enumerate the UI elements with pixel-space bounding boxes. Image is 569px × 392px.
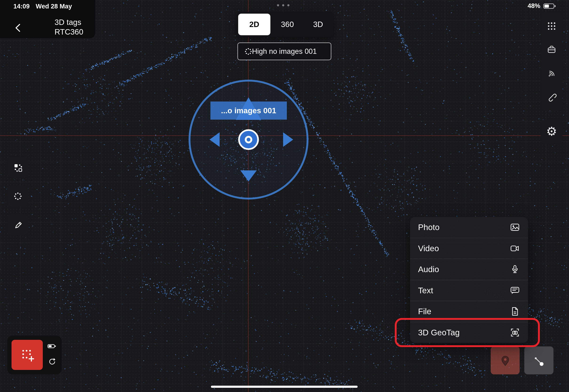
menu-item-video[interactable]: Video <box>410 238 528 259</box>
nav-target-inner-ring <box>245 136 252 143</box>
menu-item-photo[interactable]: Photo <box>410 217 528 238</box>
battery-icon <box>543 3 556 9</box>
nav-arrow-right[interactable] <box>283 132 293 147</box>
setup-node-label[interactable]: ...o images 001 <box>211 101 287 120</box>
link-icon <box>547 92 556 101</box>
tab-2d[interactable]: 2D <box>238 14 270 35</box>
page-title-line1: 3D tags <box>55 17 83 27</box>
video-icon <box>510 243 520 253</box>
right-toolbar <box>541 12 562 111</box>
sync-icon[interactable] <box>48 357 56 366</box>
file-icon <box>510 306 520 317</box>
battery-percent: 48% <box>528 2 540 10</box>
point-cloud-icon <box>13 192 23 201</box>
link-button[interactable] <box>545 90 558 103</box>
geotag-icon <box>510 327 520 338</box>
app-root: ...o images 001 14:09 Wed 28 May 48% 3D … <box>0 0 569 392</box>
pin-icon <box>499 354 512 367</box>
annotate-pen-button[interactable] <box>7 214 28 235</box>
multitasking-handle-dots[interactable] <box>277 4 289 6</box>
setup-selector-button[interactable]: High no images 001 <box>238 42 331 60</box>
page-title-line2: RTC360 <box>55 27 83 37</box>
page-title: 3D tags RTC360 <box>55 17 83 37</box>
node-link-icon <box>533 354 545 367</box>
text-icon <box>510 285 520 296</box>
menu-item-text[interactable]: Text <box>410 280 528 301</box>
settings-panel: ⚙ <box>541 120 562 143</box>
signal-icon <box>547 68 556 78</box>
gear-icon: ⚙ <box>546 125 557 138</box>
menu-item-label: 3D GeoTag <box>418 328 460 337</box>
nav-target-marker[interactable] <box>238 129 259 150</box>
nav-arrow-left[interactable] <box>210 132 220 147</box>
menu-item-label: Audio <box>418 265 439 274</box>
project-grid-icon <box>13 162 23 173</box>
battery-icon <box>47 344 57 349</box>
menu-item-label: Photo <box>418 223 440 232</box>
capture-side-controls <box>45 339 59 370</box>
photo-icon <box>510 222 520 232</box>
back-arrow-icon <box>13 23 24 33</box>
menu-item-audio[interactable]: Audio <box>410 259 528 280</box>
settings-button[interactable]: ⚙ <box>545 125 558 138</box>
menu-item-label: Text <box>418 286 433 295</box>
menu-item-label: Video <box>418 244 439 253</box>
home-indicator[interactable] <box>211 386 358 388</box>
menu-item-file[interactable]: File <box>410 301 528 322</box>
node-link-button[interactable] <box>524 346 554 374</box>
tab-3d[interactable]: 3D <box>303 12 333 37</box>
status-time: 14:09 <box>14 3 30 10</box>
geotag-pin-button[interactable] <box>491 346 520 374</box>
apps-grid-icon <box>547 21 556 31</box>
capture-scan-button[interactable] <box>12 340 43 370</box>
menu-item-label: File <box>418 307 431 316</box>
status-date: Wed 28 May <box>36 3 72 10</box>
case-icon <box>547 45 556 55</box>
audio-icon <box>510 264 520 275</box>
point-cloud-icon <box>244 47 253 56</box>
status-bar-left: 14:09 Wed 28 May <box>14 3 72 10</box>
back-button[interactable] <box>11 21 25 35</box>
case-button[interactable] <box>545 43 558 56</box>
status-bar-right: 48% <box>528 2 556 10</box>
apps-grid-button[interactable] <box>545 19 558 33</box>
pen-icon <box>13 220 23 230</box>
view-switcher: 2D 360 3D <box>237 12 333 37</box>
menu-item-3d-geotag[interactable]: 3D GeoTag <box>410 322 528 343</box>
tab-360[interactable]: 360 <box>272 12 303 37</box>
signal-button[interactable] <box>545 67 558 80</box>
add-tag-context-menu: Photo Video Audio <box>410 217 528 343</box>
project-grid-button[interactable] <box>7 157 28 178</box>
point-cloud-button[interactable] <box>7 186 28 207</box>
nav-arrow-down[interactable] <box>240 170 257 182</box>
add-scan-icon <box>20 347 35 362</box>
capture-panel <box>7 336 62 374</box>
